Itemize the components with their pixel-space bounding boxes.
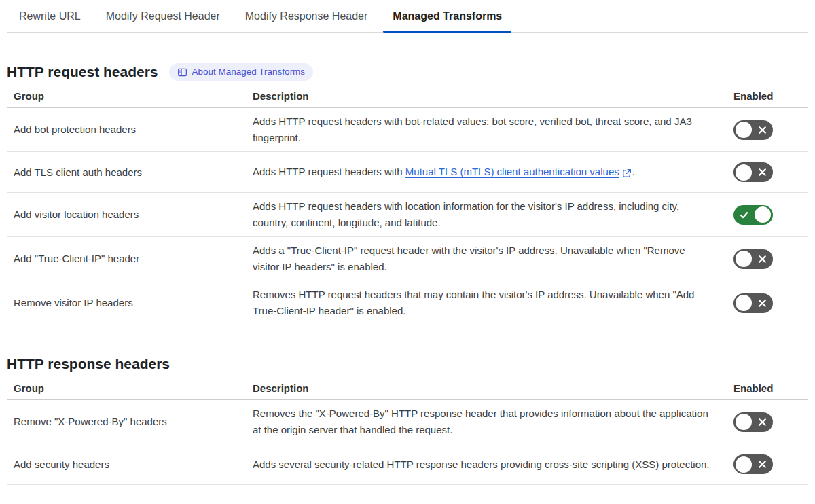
x-icon: [758, 255, 767, 264]
toggle[interactable]: [734, 454, 773, 474]
toggle-knob: [736, 164, 752, 181]
tab-label: Managed Transforms: [393, 10, 502, 22]
tab-label: Modify Response Header: [245, 10, 368, 22]
toggle-knob: [736, 251, 752, 267]
toggle-knob: [736, 414, 752, 430]
tab-modify-response-header[interactable]: Modify Response Header: [236, 0, 378, 32]
tab-label: Rewrite URL: [19, 10, 81, 22]
row-description: Removes HTTP request headers that may co…: [253, 287, 713, 319]
request-headers-table: Add bot protection headers Adds HTTP req…: [7, 108, 808, 325]
check-icon: [740, 211, 748, 219]
toggle-knob: [755, 206, 771, 223]
section-title-request: HTTP request headers: [7, 63, 158, 81]
column-header-group: Group: [7, 90, 253, 102]
table-header: Group Description Enabled: [7, 373, 808, 400]
toggle-knob: [736, 295, 752, 311]
row-group: Add TLS client auth headers: [7, 165, 253, 180]
toggle-knob: [736, 456, 752, 473]
table-row: Add bot protection headers Adds HTTP req…: [7, 108, 808, 152]
column-header-enabled: Enabled: [734, 382, 808, 394]
toggle[interactable]: [734, 120, 773, 140]
column-header-description: Description: [253, 382, 734, 394]
table-row: Add TLS client auth headers Adds HTTP re…: [7, 152, 808, 193]
row-description: Adds several security-related HTTP respo…: [253, 456, 713, 473]
x-icon: [758, 299, 767, 308]
table-header: Group Description Enabled: [7, 81, 808, 108]
table-row: Add visitor location headers Adds HTTP r…: [7, 193, 808, 237]
section-title-response: HTTP response headers: [7, 355, 170, 373]
section-request-headers: HTTP request headers About Managed Trans…: [7, 63, 808, 325]
column-header-enabled: Enabled: [734, 90, 808, 102]
external-link-icon: [622, 164, 632, 181]
row-group: Add security headers: [7, 457, 253, 472]
toggle[interactable]: [734, 249, 773, 269]
response-headers-table: Remove "X-Powered-By" headers Removes th…: [7, 400, 808, 485]
x-icon: [758, 126, 767, 134]
badge-label: About Managed Transforms: [192, 63, 306, 81]
tab-modify-request-header[interactable]: Modify Request Header: [96, 0, 230, 32]
row-group: Add bot protection headers: [7, 122, 253, 137]
row-description: Adds HTTP request headers with Mutual TL…: [253, 164, 713, 181]
x-icon: [758, 168, 767, 177]
tab-managed-transforms[interactable]: Managed Transforms: [383, 0, 511, 32]
row-group: Remove visitor IP headers: [7, 295, 253, 310]
managed-transforms-page: HTTP request headers About Managed Trans…: [7, 63, 808, 485]
row-description: Adds HTTP request headers with bot-relat…: [253, 113, 713, 146]
description-link[interactable]: Mutual TLS (mTLS) client authentication …: [405, 166, 619, 177]
book-icon: [177, 67, 187, 77]
toggle-knob: [736, 122, 752, 138]
tab-label: Modify Request Header: [106, 10, 220, 22]
row-group: Add "True-Client-IP" header: [7, 251, 253, 266]
table-row: Remove "X-Powered-By" headers Removes th…: [7, 400, 808, 444]
row-description: Removes the "X-Powered-By" HTTP response…: [253, 406, 713, 438]
about-managed-transforms-badge[interactable]: About Managed Transforms: [169, 63, 314, 81]
row-description: Adds a "True-Client-IP" request header w…: [253, 242, 713, 275]
row-description: Adds HTTP request headers with location …: [253, 198, 713, 231]
tab-bar: Rewrite URL Modify Request Header Modify…: [7, 0, 808, 33]
table-row: Remove visitor IP headers Removes HTTP r…: [7, 281, 808, 325]
section-response-headers: HTTP response headers Group Description …: [7, 355, 808, 485]
row-group: Remove "X-Powered-By" headers: [7, 414, 253, 429]
column-header-description: Description: [253, 90, 734, 102]
toggle[interactable]: [734, 293, 773, 313]
toggle[interactable]: [734, 412, 773, 432]
x-icon: [758, 460, 767, 469]
column-header-group: Group: [7, 382, 253, 394]
tab-rewrite-url[interactable]: Rewrite URL: [10, 0, 90, 32]
row-group: Add visitor location headers: [7, 207, 253, 222]
table-row: Add "True-Client-IP" header Adds a "True…: [7, 237, 808, 281]
toggle[interactable]: [734, 205, 773, 225]
table-row: Add security headers Adds several securi…: [7, 444, 808, 485]
toggle[interactable]: [734, 162, 773, 182]
x-icon: [758, 418, 767, 427]
